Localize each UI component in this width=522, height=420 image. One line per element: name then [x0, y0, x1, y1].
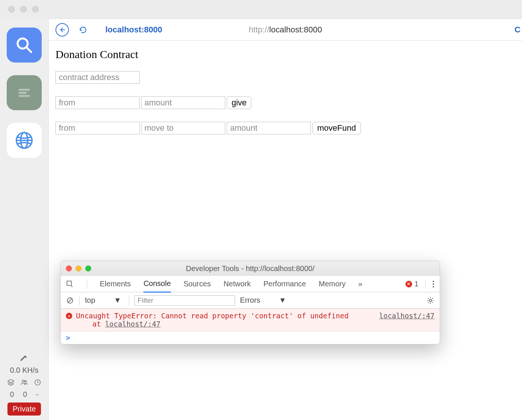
- browser-toolbar: localhost:8000 http://localhost:8000 C: [49, 19, 522, 41]
- url-scheme: http://: [249, 25, 269, 34]
- error-stack-link[interactable]: localhost/:47: [105, 320, 160, 328]
- page-content: Donation Contract give moveFund: [49, 41, 522, 155]
- maximize-window-icon[interactable]: [32, 6, 39, 13]
- clock-icon: [34, 378, 42, 386]
- devtools-tabs: Elements Console Sources Network Perform…: [61, 276, 440, 292]
- svg-point-12: [433, 281, 434, 282]
- give-button[interactable]: give: [227, 96, 251, 109]
- document-lines-icon: [15, 83, 34, 102]
- give-amount-input[interactable]: [141, 96, 225, 109]
- devtools-minimize-icon[interactable]: [76, 265, 82, 271]
- devtools-title: Developer Tools - http://localhost:8000/: [186, 264, 314, 273]
- clear-console-icon[interactable]: [66, 296, 74, 305]
- globe-icon: [14, 130, 35, 151]
- stat-b: 0: [23, 390, 27, 399]
- error-count-icon: ✕: [405, 281, 412, 287]
- give-from-input[interactable]: [55, 96, 140, 109]
- stat-c: -: [36, 390, 39, 399]
- kebab-menu-icon[interactable]: [432, 280, 435, 288]
- console-error-entry: ✕ Uncaught TypeError: Cannot read proper…: [61, 309, 440, 331]
- app-sidebar: 0.0 KH/s 0 0 - Private: [0, 19, 48, 420]
- chevron-down-icon: ▼: [114, 296, 121, 305]
- url-host: localhost:8000: [269, 25, 322, 34]
- tab-elements[interactable]: Elements: [100, 276, 131, 292]
- error-message: Uncaught TypeError: Cannot read property…: [76, 312, 348, 320]
- svg-rect-4: [19, 95, 29, 97]
- error-at-prefix: at: [92, 320, 105, 328]
- tabs-overflow[interactable]: »: [358, 276, 362, 292]
- svg-point-17: [429, 299, 432, 301]
- context-label: top: [85, 296, 95, 305]
- contract-address-row: [55, 71, 515, 84]
- level-label: Errors: [240, 296, 260, 305]
- svg-point-8: [22, 380, 25, 382]
- sidebar-browser-button[interactable]: [7, 123, 42, 158]
- devtools-window: Developer Tools - http://localhost:8000/…: [60, 261, 440, 344]
- movefund-button[interactable]: moveFund: [312, 122, 361, 134]
- prompt-chevron-icon: >: [66, 334, 70, 342]
- users-icon: [20, 378, 28, 386]
- console-filter-input[interactable]: [134, 295, 235, 306]
- tab-console[interactable]: Console: [143, 276, 171, 293]
- close-window-icon[interactable]: [8, 6, 15, 13]
- console-filterbar: top ▼ Errors ▼: [61, 292, 440, 309]
- host-label[interactable]: localhost:8000: [105, 25, 162, 35]
- arrow-left-icon: [58, 26, 66, 34]
- tab-sources[interactable]: Sources: [184, 276, 211, 292]
- svg-rect-3: [19, 92, 26, 94]
- minimize-window-icon[interactable]: [20, 6, 27, 13]
- context-selector[interactable]: top ▼: [85, 296, 124, 305]
- move-from-input[interactable]: [55, 122, 140, 134]
- log-level-selector[interactable]: Errors ▼: [240, 296, 289, 305]
- refresh-icon: [78, 25, 88, 35]
- private-badge[interactable]: Private: [7, 402, 41, 416]
- refresh-button[interactable]: [76, 23, 90, 36]
- svg-line-16: [68, 298, 72, 302]
- tab-network[interactable]: Network: [223, 276, 251, 292]
- svg-point-13: [433, 283, 434, 285]
- error-count: 1: [414, 280, 418, 288]
- chevron-down-icon: ▼: [279, 296, 286, 305]
- devtools-close-icon[interactable]: [66, 265, 72, 271]
- hashrate-label: 0.0 KH/s: [10, 366, 39, 375]
- give-row: give: [55, 96, 515, 109]
- error-icon: ✕: [66, 313, 72, 319]
- back-button[interactable]: [55, 23, 69, 36]
- browser-pane: localhost:8000 http://localhost:8000 C D…: [48, 19, 522, 420]
- hammer-icon: [19, 354, 29, 365]
- stat-a: 0: [10, 390, 14, 399]
- url-display[interactable]: http://localhost:8000: [249, 25, 322, 35]
- svg-point-14: [433, 286, 434, 287]
- svg-line-1: [26, 47, 31, 52]
- mini-stats-values: 0 0 -: [10, 390, 39, 399]
- tab-performance[interactable]: Performance: [264, 276, 306, 292]
- svg-rect-2: [19, 89, 29, 91]
- mini-stats-icons: [7, 378, 42, 386]
- contract-address-input[interactable]: [55, 71, 140, 84]
- devtools-maximize-icon[interactable]: [85, 265, 91, 271]
- error-source-link[interactable]: localhost/:47: [379, 312, 435, 320]
- devtools-titlebar[interactable]: Developer Tools - http://localhost:8000/: [61, 261, 440, 276]
- movefund-row: moveFund: [55, 122, 515, 134]
- move-amount-input[interactable]: [227, 122, 311, 134]
- toolbar-right-fragment: C: [515, 25, 522, 35]
- search-icon: [15, 36, 34, 54]
- inspect-icon[interactable]: [66, 280, 74, 288]
- move-to-input[interactable]: [141, 122, 225, 134]
- console-prompt[interactable]: >: [61, 331, 440, 344]
- tab-memory[interactable]: Memory: [319, 276, 346, 292]
- page-title: Donation Contract: [55, 48, 515, 61]
- sidebar-search-button[interactable]: [7, 28, 42, 63]
- svg-point-9: [25, 381, 26, 382]
- sidebar-document-button[interactable]: [7, 75, 42, 110]
- gear-icon[interactable]: [426, 296, 435, 305]
- window-titlebar: [0, 0, 522, 19]
- layers-icon: [7, 378, 15, 386]
